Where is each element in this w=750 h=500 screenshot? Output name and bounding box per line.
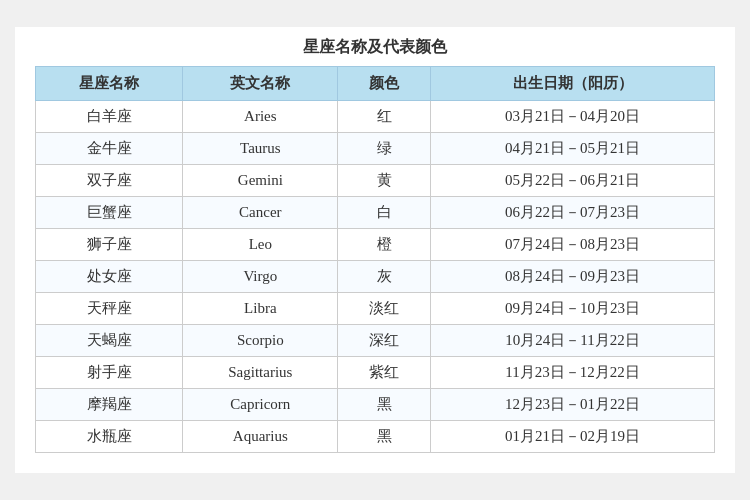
cell-english: Leo <box>183 229 338 261</box>
cell-chinese: 处女座 <box>36 261 183 293</box>
table-row: 摩羯座Capricorn黑12月23日－01月22日 <box>36 389 715 421</box>
cell-dates: 07月24日－08月23日 <box>431 229 715 261</box>
cell-english: Libra <box>183 293 338 325</box>
cell-color: 黄 <box>338 165 431 197</box>
main-container: 星座名称及代表颜色 星座名称 英文名称 颜色 出生日期（阳历） 白羊座Aries… <box>15 27 735 473</box>
cell-english: Gemini <box>183 165 338 197</box>
cell-dates: 01月21日－02月19日 <box>431 421 715 453</box>
cell-english: Sagittarius <box>183 357 338 389</box>
cell-chinese: 水瓶座 <box>36 421 183 453</box>
cell-color: 红 <box>338 101 431 133</box>
cell-dates: 05月22日－06月21日 <box>431 165 715 197</box>
cell-chinese: 白羊座 <box>36 101 183 133</box>
cell-chinese: 巨蟹座 <box>36 197 183 229</box>
cell-dates: 10月24日－11月22日 <box>431 325 715 357</box>
table-row: 射手座Sagittarius紫红11月23日－12月22日 <box>36 357 715 389</box>
cell-color: 灰 <box>338 261 431 293</box>
table-body: 白羊座Aries红03月21日－04月20日金牛座Taurus绿04月21日－0… <box>36 101 715 453</box>
table-row: 天蝎座Scorpio深红10月24日－11月22日 <box>36 325 715 357</box>
table-header-row: 星座名称 英文名称 颜色 出生日期（阳历） <box>36 67 715 101</box>
col-header-chinese: 星座名称 <box>36 67 183 101</box>
zodiac-table: 星座名称 英文名称 颜色 出生日期（阳历） 白羊座Aries红03月21日－04… <box>35 66 715 453</box>
cell-color: 淡红 <box>338 293 431 325</box>
cell-english: Scorpio <box>183 325 338 357</box>
col-header-english: 英文名称 <box>183 67 338 101</box>
cell-english: Capricorn <box>183 389 338 421</box>
table-row: 处女座Virgo灰08月24日－09月23日 <box>36 261 715 293</box>
cell-english: Cancer <box>183 197 338 229</box>
table-row: 双子座Gemini黄05月22日－06月21日 <box>36 165 715 197</box>
cell-color: 紫红 <box>338 357 431 389</box>
cell-english: Taurus <box>183 133 338 165</box>
cell-color: 黑 <box>338 389 431 421</box>
cell-color: 白 <box>338 197 431 229</box>
cell-chinese: 狮子座 <box>36 229 183 261</box>
cell-chinese: 射手座 <box>36 357 183 389</box>
table-row: 天秤座Libra淡红09月24日－10月23日 <box>36 293 715 325</box>
table-row: 水瓶座Aquarius黑01月21日－02月19日 <box>36 421 715 453</box>
table-row: 巨蟹座Cancer白06月22日－07月23日 <box>36 197 715 229</box>
cell-chinese: 摩羯座 <box>36 389 183 421</box>
cell-dates: 09月24日－10月23日 <box>431 293 715 325</box>
cell-chinese: 金牛座 <box>36 133 183 165</box>
cell-chinese: 双子座 <box>36 165 183 197</box>
cell-dates: 08月24日－09月23日 <box>431 261 715 293</box>
table-row: 白羊座Aries红03月21日－04月20日 <box>36 101 715 133</box>
cell-dates: 11月23日－12月22日 <box>431 357 715 389</box>
cell-dates: 03月21日－04月20日 <box>431 101 715 133</box>
cell-color: 黑 <box>338 421 431 453</box>
cell-chinese: 天蝎座 <box>36 325 183 357</box>
cell-dates: 12月23日－01月22日 <box>431 389 715 421</box>
cell-english: Virgo <box>183 261 338 293</box>
cell-dates: 04月21日－05月21日 <box>431 133 715 165</box>
col-header-color: 颜色 <box>338 67 431 101</box>
table-row: 狮子座Leo橙07月24日－08月23日 <box>36 229 715 261</box>
page-title: 星座名称及代表颜色 <box>35 37 715 58</box>
col-header-dates: 出生日期（阳历） <box>431 67 715 101</box>
cell-color: 绿 <box>338 133 431 165</box>
cell-color: 橙 <box>338 229 431 261</box>
cell-color: 深红 <box>338 325 431 357</box>
cell-chinese: 天秤座 <box>36 293 183 325</box>
cell-dates: 06月22日－07月23日 <box>431 197 715 229</box>
cell-english: Aries <box>183 101 338 133</box>
cell-english: Aquarius <box>183 421 338 453</box>
table-row: 金牛座Taurus绿04月21日－05月21日 <box>36 133 715 165</box>
